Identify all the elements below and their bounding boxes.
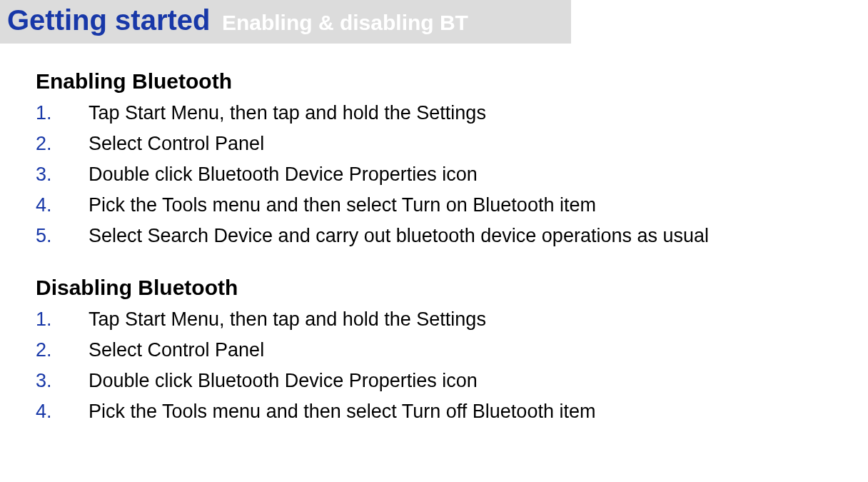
list-item: 5. Select Search Device and carry out bl… (36, 225, 868, 247)
list-item: 1. Tap Start Menu, then tap and hold the… (36, 308, 868, 331)
step-number: 5. (36, 225, 89, 247)
step-text: Double click Bluetooth Device Properties… (89, 370, 478, 392)
step-number: 1. (36, 102, 89, 124)
step-text: Pick the Tools menu and then select Turn… (89, 194, 596, 216)
step-number: 2. (36, 339, 89, 361)
list-item: 2. Select Control Panel (36, 339, 868, 361)
step-text: Select Search Device and carry out bluet… (89, 225, 709, 247)
disable-steps: 1. Tap Start Menu, then tap and hold the… (36, 308, 868, 423)
step-text: Tap Start Menu, then tap and hold the Se… (89, 308, 486, 331)
step-number: 1. (36, 308, 89, 331)
page-content: Enabling Bluetooth 1. Tap Start Menu, th… (0, 44, 868, 423)
list-item: 4. Pick the Tools menu and then select T… (36, 401, 868, 423)
step-text: Pick the Tools menu and then select Turn… (89, 401, 595, 423)
list-item: 3. Double click Bluetooth Device Propert… (36, 164, 868, 186)
list-item: 3. Double click Bluetooth Device Propert… (36, 370, 868, 392)
step-number: 2. (36, 133, 89, 155)
enable-heading: Enabling Bluetooth (36, 69, 868, 94)
disable-heading: Disabling Bluetooth (36, 276, 868, 300)
header-title: Getting started (7, 4, 210, 36)
step-number: 3. (36, 370, 89, 392)
list-item: 2. Select Control Panel (36, 133, 868, 155)
header-subtitle: Enabling & disabling BT (222, 11, 468, 34)
list-item: 4. Pick the Tools menu and then select T… (36, 194, 868, 216)
step-text: Select Control Panel (89, 339, 264, 361)
step-number: 3. (36, 164, 89, 186)
enable-steps: 1. Tap Start Menu, then tap and hold the… (36, 102, 868, 247)
step-number: 4. (36, 401, 89, 423)
step-text: Tap Start Menu, then tap and hold the Se… (89, 102, 486, 124)
step-text: Select Control Panel (89, 133, 264, 155)
step-text: Double click Bluetooth Device Properties… (89, 164, 478, 186)
list-item: 1. Tap Start Menu, then tap and hold the… (36, 102, 868, 124)
step-number: 4. (36, 194, 89, 216)
page-header: Getting started Enabling & disabling BT (0, 0, 571, 44)
